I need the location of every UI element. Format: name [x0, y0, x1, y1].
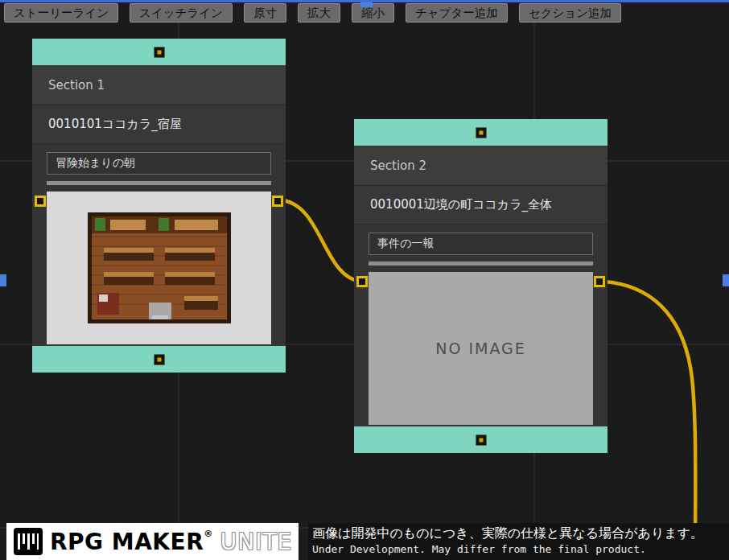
node-top-handle[interactable] — [476, 127, 486, 138]
zoom-out-button[interactable]: 縮小 — [352, 3, 394, 23]
add-section-button[interactable]: セクション追加 — [519, 3, 621, 23]
event-label-field[interactable] — [47, 152, 271, 175]
inn-map-image — [88, 212, 231, 323]
node-map-id: 0010001辺境の町ココカラ_全体 — [354, 186, 608, 224]
connection-wire-1[interactable] — [282, 200, 361, 282]
node-title: Section 1 — [32, 65, 286, 105]
output-port[interactable] — [272, 196, 283, 207]
canvas-edge-marker-left[interactable] — [0, 274, 6, 286]
rpg-maker-unite-logo: RPG MAKER® UNITE — [6, 523, 299, 560]
product-text: UNITE — [220, 529, 293, 555]
disclaimer-english: Under Development. May differ from the f… — [312, 541, 725, 558]
node-bottom-bar[interactable] — [354, 426, 608, 453]
disclaimer-japanese: 画像は開発中のものにつき、実際の仕様と異なる場合があります。 — [312, 525, 725, 541]
section-node-1[interactable]: Section 1 0010101ココカラ_宿屋 — [32, 39, 286, 373]
actual-size-button[interactable]: 原寸 — [244, 3, 286, 23]
window-focus-line — [0, 0, 729, 2]
node-top-bar[interactable] — [354, 119, 608, 146]
no-image-label: NO IMAGE — [435, 340, 526, 357]
registered-mark: ® — [204, 529, 213, 539]
input-port[interactable] — [356, 276, 368, 287]
map-thumbnail[interactable]: NO IMAGE — [369, 272, 593, 425]
event-label-field[interactable] — [369, 233, 593, 255]
node-canvas[interactable]: ストーリーライン スイッチライン 原寸 拡大 縮小 チャプター追加 セクション追… — [0, 0, 729, 560]
node-top-bar[interactable] — [32, 39, 286, 65]
node-map-id: 0010101ココカラ_宿屋 — [32, 105, 286, 144]
input-port[interactable] — [35, 196, 46, 207]
connection-wire-2[interactable] — [605, 282, 695, 560]
disclaimer-box: 画像は開発中のものにつき、実際の仕様と異なる場合があります。 Under Dev… — [308, 523, 729, 560]
switchline-button[interactable]: スイッチライン — [130, 3, 233, 23]
rpg-maker-logo-icon — [14, 528, 43, 555]
node-top-handle[interactable] — [154, 47, 164, 57]
map-thumbnail[interactable] — [47, 191, 271, 344]
output-port[interactable] — [594, 276, 605, 287]
zoom-in-button[interactable]: 拡大 — [298, 3, 340, 23]
node-bottom-bar[interactable] — [32, 346, 286, 373]
node-bottom-handle[interactable] — [476, 434, 486, 445]
event-label-scrollbar[interactable] — [369, 261, 593, 266]
add-chapter-button[interactable]: チャプター追加 — [406, 3, 508, 23]
brand-text: RPG MAKER® — [50, 529, 213, 555]
event-label-scrollbar[interactable] — [47, 181, 271, 185]
section-node-2[interactable]: Section 2 0010001辺境の町ココカラ_全体 NO IMAGE — [354, 119, 608, 453]
toolbar: ストーリーライン スイッチライン 原寸 拡大 縮小 チャプター追加 セクション追… — [4, 3, 621, 23]
storyline-button[interactable]: ストーリーライン — [4, 3, 118, 23]
canvas-edge-marker-right[interactable] — [723, 274, 729, 286]
node-title: Section 2 — [354, 146, 608, 186]
node-bottom-handle[interactable] — [154, 354, 164, 364]
